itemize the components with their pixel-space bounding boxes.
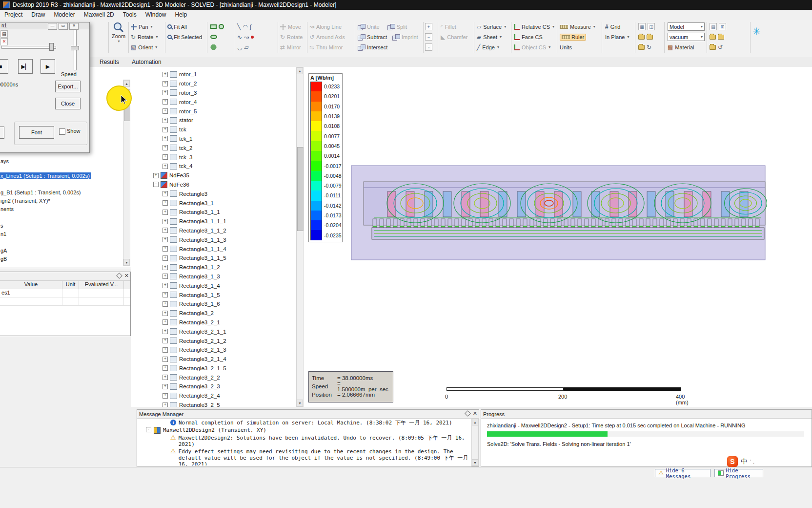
tree-expander-icon[interactable]: + [162,384,168,389]
object-cs-button[interactable]: Object CS [522,44,546,50]
cropped-button[interactable] [0,127,4,139]
tree-expander-icon[interactable]: + [162,301,168,307]
pin-icon[interactable] [116,273,122,279]
draw-point-icon[interactable] [251,36,254,39]
chevron-down-icon[interactable]: ▾ [497,45,499,49]
stop-button[interactable]: ■ [0,59,8,74]
tree-expander-icon[interactable]: + [162,219,168,224]
tab-results[interactable]: Results [97,58,122,66]
tree-expander-icon[interactable]: + [153,173,159,178]
save-folder-icon[interactable] [647,35,653,40]
draw-polygon-icon[interactable] [210,44,217,50]
tree-expander-icon[interactable]: + [162,127,168,132]
font-button[interactable]: Font [19,126,54,139]
thru-mirror-button[interactable]: Thru Mirror [316,44,343,50]
properties-row[interactable]: es1 [0,289,130,297]
sweep-icon[interactable]: ∫ [250,24,251,30]
chevron-down-icon[interactable]: ▾ [155,45,157,49]
draw-3pt-arc-icon[interactable]: ◡ [237,44,242,50]
grid-button[interactable]: Grid [610,24,621,30]
split-button[interactable]: Split [397,24,407,30]
draw-ellipse-icon[interactable] [210,35,217,39]
tree-expander-icon[interactable]: + [162,200,168,206]
model-tree-item[interactable]: +Rectangle3_2_1_4 [131,355,296,364]
project-tree-item[interactable]: gB [0,255,8,262]
model-tree-item[interactable]: +Rectangle3_2_3 [131,382,296,391]
snap-icon[interactable]: ⊞ [719,23,726,30]
model-tree-item[interactable]: -NdFe36 [131,180,296,190]
tree-expander-icon[interactable]: + [162,118,168,123]
minimize-button[interactable]: — [48,23,57,30]
edge-button[interactable]: Edge [482,44,495,50]
tree-expander-icon[interactable]: + [162,136,168,141]
close-icon[interactable]: ✕ [124,273,129,278]
ime-punctuation-icon[interactable]: '， [750,458,756,466]
model-tree-item[interactable]: +stator [131,116,296,125]
close-icon[interactable]: ✕ [473,411,477,416]
tree-expander-icon[interactable]: + [162,145,168,150]
model-tree-item[interactable]: +Rectangle3_2_1_5 [131,364,296,373]
tree-expander-icon[interactable]: - [146,427,151,432]
chevron-down-icon[interactable]: ▾ [151,24,153,29]
select-icon[interactable]: ▫ [425,43,432,51]
model-tree-scrollbar[interactable]: ▲ ▼ [296,67,304,407]
chevron-down-icon[interactable]: ▾ [500,35,502,39]
tree-expander-icon[interactable]: + [162,72,168,77]
fillet-button[interactable]: Fillet [445,24,456,30]
model-tree-item[interactable]: +Rectangle3 [131,189,296,198]
model-tree-item[interactable]: +tck [131,125,296,134]
tree-expander-icon[interactable]: + [162,237,168,242]
fit-selected-button[interactable]: Fit Selected [174,34,202,40]
along-line-button[interactable]: Along Line [316,24,342,30]
move-button[interactable]: Move [288,24,301,30]
tree-expander-icon[interactable]: + [162,329,168,334]
play-button[interactable]: ▶ [41,59,55,74]
tree-expander-icon[interactable]: + [162,393,168,399]
menu-item-project[interactable]: Project [0,10,27,19]
archive-folder-icon[interactable] [638,45,645,50]
draw-line-icon[interactable]: ╲ [237,24,241,30]
model-tree-item[interactable]: +tck_4 [131,162,296,171]
model-tree-item[interactable]: +Rectangle3_1_1_3 [131,235,296,244]
subtract-button[interactable]: Subtract [367,34,387,40]
rotate-view-button[interactable]: Rotate [138,34,153,40]
menu-item-maxwell-2d[interactable]: Maxwell 2D [80,10,119,19]
close-window-icon[interactable]: ✕ [69,23,79,30]
material-button[interactable]: Material [675,44,694,50]
model-tree-item[interactable]: +tck_2 [131,143,296,152]
draw-arc-icon[interactable]: ◠ [243,24,247,30]
tree-expander-icon[interactable]: + [162,375,168,380]
model-tree-item[interactable]: +Rectangle3_2_5 [131,401,296,407]
tree-expander-icon[interactable]: + [162,255,168,261]
model-tree-item[interactable]: +Rectangle3_2 [131,309,296,318]
chevron-down-icon[interactable]: ▾ [504,24,506,29]
unite-button[interactable]: Unite [367,24,380,30]
model-dropdown[interactable]: Model▾ [668,22,705,31]
measure-button[interactable]: Measure [570,24,591,30]
speed-slider-thumb[interactable] [71,46,79,50]
scroll-down-icon[interactable]: ▼ [297,400,303,406]
model-tree-item[interactable]: +Rectangle3_1_4 [131,281,296,290]
tree-expander-icon[interactable]: - [153,182,159,187]
model-tree-item[interactable]: +tck_1 [131,134,296,144]
imprint-button[interactable]: Imprint [402,34,418,40]
pan-button[interactable]: Pan [139,24,148,30]
ruler-button[interactable]: Ruler [571,34,584,40]
tree-expander-icon[interactable]: + [162,402,168,407]
export-button[interactable]: Export... [55,81,81,92]
grid-toggle-icon[interactable]: ▦ [638,23,646,30]
frame-slider-thumb[interactable] [49,43,54,51]
menu-item-draw[interactable]: Draw [27,10,49,19]
tree-expander-icon[interactable]: + [162,338,168,343]
ime-logo-icon[interactable]: S [727,456,738,467]
collapse-icon[interactable]: − [425,33,432,41]
chevron-down-icon[interactable]: ▾ [118,39,120,43]
model-tree-item[interactable]: +Rectangle3_1 [131,198,296,208]
tree-expander-icon[interactable]: + [162,191,168,196]
undo-icon[interactable]: ↺ [718,44,723,50]
model-tree-item[interactable]: +Rectangle3_1_1_2 [131,226,296,235]
sheet-button[interactable]: Sheet [483,34,497,40]
step-forward-button[interactable]: ▶▏ [18,59,33,74]
library-folder-icon[interactable] [718,35,724,40]
surface-button[interactable]: Surface [483,24,502,30]
